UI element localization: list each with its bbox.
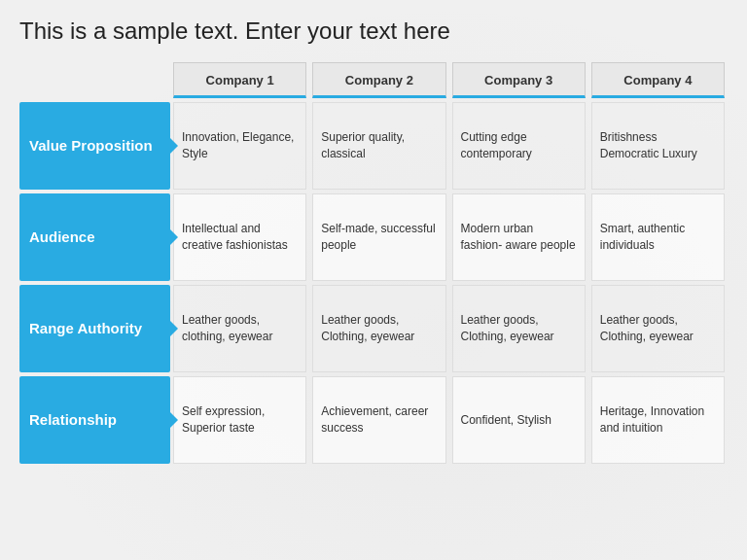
cell-aud-3: Modern urban fashion- aware people: [452, 193, 586, 281]
cell-vp-3: Cutting edge contemporary: [452, 102, 586, 190]
row-label-range-authority: Range Authority: [19, 285, 170, 372]
cell-aud-1: Intellectual and creative fashionistas: [173, 193, 306, 281]
comparison-table: Company 1 Company 2 Company 3 Company 4 …: [19, 62, 728, 464]
col-header-1: Company 1: [173, 62, 306, 98]
cell-ra-4: Leather goods, Clothing, eyewear: [591, 285, 725, 372]
col-header-2: Company 2: [312, 62, 445, 98]
cell-rel-1: Self expression, Superior taste: [173, 376, 306, 464]
row-label-audience: Audience: [19, 193, 170, 281]
cell-ra-2: Leather goods, Clothing, eyewear: [312, 285, 445, 372]
cell-aud-4: Smart, authentic individuals: [591, 193, 725, 281]
header-row: Company 1 Company 2 Company 3 Company 4: [19, 62, 728, 98]
cell-rel-3: Confident, Stylish: [452, 376, 586, 464]
col-header-3: Company 3: [452, 62, 586, 98]
col-header-4: Company 4: [591, 62, 725, 98]
cell-ra-3: Leather goods, Clothing, eyewear: [452, 285, 586, 372]
cell-rel-4: Heritage, Innovation and intuition: [591, 376, 725, 464]
row-value-proposition: Value Proposition Innovation, Elegance, …: [19, 102, 728, 190]
page-title: This is a sample text. Enter your text h…: [19, 18, 728, 45]
row-audience: Audience Intellectual and creative fashi…: [19, 193, 728, 281]
cell-aud-2: Self-made, successful people: [312, 193, 445, 281]
page-wrapper: This is a sample text. Enter your text h…: [0, 0, 747, 560]
row-label-relationship: Relationship: [19, 376, 170, 464]
row-range-authority: Range Authority Leather goods, clothing,…: [19, 285, 728, 372]
cell-rel-2: Achievement, career success: [312, 376, 445, 464]
cell-vp-1: Innovation, Elegance, Style: [173, 102, 306, 190]
cell-ra-1: Leather goods, clothing, eyewear: [173, 285, 306, 372]
row-label-value-proposition: Value Proposition: [19, 102, 170, 190]
row-relationship: Relationship Self expression, Superior t…: [19, 376, 728, 464]
cell-vp-2: Superior quality, classical: [312, 102, 445, 190]
cell-vp-4: Britishness Democratic Luxury: [591, 102, 725, 190]
header-spacer: [19, 62, 170, 98]
